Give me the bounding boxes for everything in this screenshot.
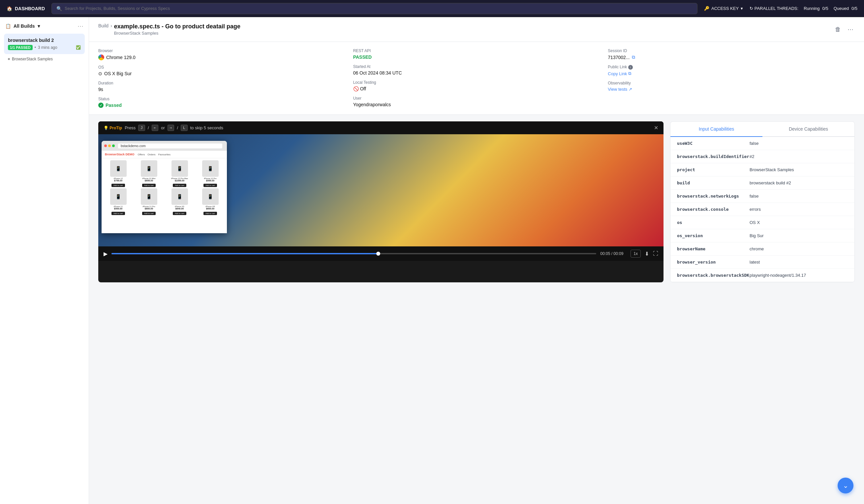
progress-thumb[interactable] (376, 252, 380, 256)
chrome-icon (98, 55, 104, 60)
parallel-threads-section: ↻ PARALLEL THREADS: Running 0/5 Queued 0… (749, 6, 857, 11)
main-content: Build › example.spec.ts - Go to product … (89, 17, 864, 504)
browser-value: Chrome 129.0 (98, 55, 345, 60)
breadcrumb-link[interactable]: Build (98, 23, 108, 28)
caps-key: os (677, 220, 749, 225)
fab-button[interactable]: ⌄ (838, 478, 853, 493)
observability-row: Observability View tests ↗ (608, 81, 855, 92)
product-grid: 📱 iPhone 12 $799.00 Add to cart 📱 iPhone… (101, 158, 227, 217)
spec-name: BrowserStack Samples (12, 57, 53, 61)
fullscreen-button[interactable]: ⛶ (653, 251, 658, 256)
download-button[interactable]: ⬇ (645, 251, 649, 257)
add-to-cart-button[interactable]: Add to cart (173, 212, 186, 215)
caps-key: useW3C (677, 141, 749, 146)
os-value: ⊙ OS X Big Sur (98, 71, 345, 76)
capabilities-body: useW3C false browserstack.buildIdentifie… (670, 137, 854, 282)
user-value: Yogendraporwalcs (353, 102, 600, 107)
main-layout: 📋 All Builds ▾ ⋯ browserstack build 2 1/… (0, 17, 864, 504)
more-options-button[interactable]: ⋯ (846, 24, 855, 34)
refresh-icon: ↻ (749, 6, 753, 11)
delete-button[interactable]: 🗑 (834, 25, 842, 34)
queued-threads: Queued 0/5 (834, 6, 857, 11)
protip-icon: 💡 ProTip (104, 126, 122, 130)
user-label: User (353, 96, 600, 100)
access-key-section[interactable]: 🔑 ACCESS KEY ▾ (704, 6, 743, 11)
product-price: $600.00 (195, 207, 225, 210)
offers-link: Offers (138, 153, 145, 156)
product-price: $500.00 (104, 207, 133, 210)
video-frame: bstackdemo.com BrowserStack DEMO Offers … (98, 134, 663, 247)
add-to-cart-button[interactable]: Add to cart (111, 184, 125, 187)
add-to-cart-button[interactable]: Add to cart (142, 184, 156, 187)
tip-text: Press (125, 125, 135, 130)
progress-bar[interactable] (111, 253, 596, 254)
slash-1: / (148, 125, 149, 130)
add-to-cart-button[interactable]: Add to cart (173, 184, 186, 187)
product-iphone12mini: 📱 iPhone 12 Mini $699.00 Add to cart (134, 160, 164, 187)
dashboard-label: DASHBOARD (15, 6, 45, 11)
copy-link-button[interactable]: Copy Link ⧉ (608, 71, 855, 76)
tab-device-capabilities[interactable]: Device Capabilities (763, 122, 854, 137)
all-builds-title[interactable]: 📋 All Builds ▾ (5, 23, 40, 29)
add-to-cart-button[interactable]: Add to cart (142, 212, 156, 215)
search-input[interactable] (65, 6, 693, 11)
copy-session-id-icon[interactable]: ⧉ (632, 55, 635, 60)
browser-mockup: bstackdemo.com BrowserStack DEMO Offers … (101, 141, 227, 233)
check-circle-icon: ✓ (98, 103, 104, 108)
running-count: 0/5 (823, 6, 828, 11)
caps-value: BrowserStack Samples (749, 167, 848, 172)
caps-row: os OS X (670, 216, 854, 229)
add-to-cart-button[interactable]: Add to cart (203, 184, 217, 187)
public-link-info-icon[interactable]: i (628, 65, 633, 70)
build-title-block: example.spec.ts - Go to product deatail … (114, 23, 240, 36)
browser-toolbar: bstackdemo.com (101, 141, 227, 151)
caps-row: browserstack.buildIdentifier #2 (670, 150, 854, 163)
sidebar-build-meta: 1/1 PASSED • 3 mins ago ✅ (8, 45, 81, 50)
home-icon: 🏠 (7, 6, 12, 11)
chevron-down-icon: ▾ (741, 6, 743, 11)
add-to-cart-button[interactable]: Add to cart (203, 212, 217, 215)
tab-input-capabilities[interactable]: Input Capabilities (670, 122, 763, 137)
caps-key: browser_version (677, 260, 749, 265)
build-title: example.spec.ts - Go to product deatail … (114, 23, 240, 30)
product-iphone11pro: 📱 iPhone 11 Pro $800.00 Add to cart (134, 188, 164, 215)
key-right: → (168, 125, 175, 131)
session-id-row: Session ID 7137002... ⧉ (608, 48, 855, 60)
started-at-label: Started At (353, 64, 600, 69)
sidebar-build-item[interactable]: browserstack build 2 1/1 PASSED • 3 mins… (4, 34, 85, 54)
time-display: 00:05 / 00:09 (600, 251, 626, 256)
observability-label: Observability (608, 81, 855, 85)
os-row: OS ⊙ OS X Big Sur (98, 65, 345, 76)
play-button[interactable]: ▶ (104, 251, 108, 257)
window-close-dot (104, 144, 107, 147)
build-time: 3 mins ago (38, 45, 57, 50)
product-iphone12pro: 📱 iPhone 12 Pro $999.00 Add to cart (195, 160, 225, 187)
browser-url-bar[interactable]: bstackdemo.com (118, 143, 222, 148)
caps-row: useW3C false (670, 137, 854, 150)
add-to-cart-button[interactable]: Add to cart (111, 212, 125, 215)
key-icon: 🔑 (704, 6, 709, 11)
check-icon: ✅ (76, 45, 81, 50)
sidebar-more-options[interactable]: ⋯ (77, 22, 83, 30)
dot-icon (8, 58, 10, 60)
off-icon: 🚫 (353, 86, 359, 91)
shop-logo: BrowserStack DEMO (105, 153, 134, 156)
view-tests-link[interactable]: View tests ↗ (608, 87, 855, 92)
details-grid: Browser Chrome 129.0 OS ⊙ OS X Big Sur D… (89, 42, 864, 115)
sidebar-spec-item[interactable]: BrowserStack Samples (0, 54, 89, 64)
speed-button[interactable]: 1x (631, 250, 641, 257)
video-close-button[interactable]: ✕ (654, 125, 658, 131)
caps-value: playwright-nodeagent/1.34.17 (749, 273, 848, 278)
product-image: 📱 (171, 188, 188, 205)
sidebar: 📋 All Builds ▾ ⋯ browserstack build 2 1/… (0, 17, 89, 504)
build-subtitle: BrowserStack Samples (114, 31, 240, 36)
caps-row: browserName chrome (670, 242, 854, 256)
rest-api-value: PASSED (353, 55, 600, 60)
video-player: 💡 ProTip Press J / ← or → / L to skip 5 … (98, 121, 663, 283)
product-price: $640.00 (165, 207, 194, 210)
dashboard-link[interactable]: 🏠 DASHBOARD (7, 6, 45, 11)
chevron-down-icon: ⌄ (843, 482, 849, 490)
threads-label: ↻ PARALLEL THREADS: (749, 6, 799, 11)
product-image: 📱 (141, 160, 157, 177)
search-bar[interactable]: 🔍 (51, 3, 697, 14)
